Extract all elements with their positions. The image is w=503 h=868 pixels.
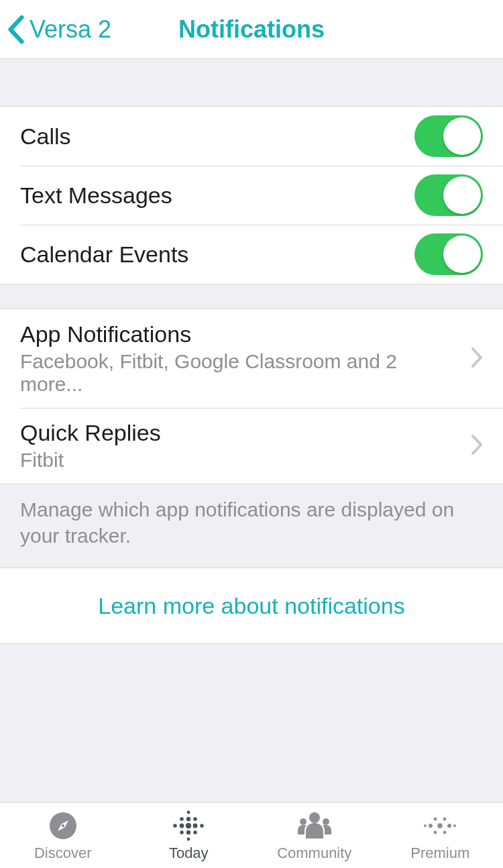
header: Versa 2 Notifications: [0, 0, 503, 59]
premium-icon: [423, 810, 457, 842]
tab-premium[interactable]: Premium: [378, 803, 504, 868]
learn-more-row[interactable]: Learn more about notifications: [0, 567, 503, 644]
svg-point-19: [437, 823, 443, 828]
row-subtitle: Facebook, Fitbit, Google Classroom and 2…: [20, 350, 463, 396]
svg-point-16: [309, 812, 320, 823]
tab-today[interactable]: Today: [126, 803, 252, 868]
tab-label: Discover: [34, 845, 92, 862]
svg-point-6: [193, 817, 197, 821]
back-button[interactable]: Versa 2: [7, 0, 111, 58]
svg-point-21: [447, 824, 451, 828]
row-app-notifications[interactable]: App Notifications Facebook, Fitbit, Goog…: [0, 309, 503, 408]
row-label: Text Messages: [20, 182, 414, 209]
page-title: Notifications: [178, 15, 325, 44]
compass-icon: [48, 810, 78, 842]
svg-point-26: [424, 824, 427, 827]
svg-point-11: [200, 824, 204, 828]
learn-more-link: Learn more about notifications: [98, 593, 404, 619]
back-label: Versa 2: [30, 15, 111, 44]
toggle-text-messages[interactable]: [414, 174, 483, 216]
tab-bar: Discover Today Community: [0, 802, 503, 868]
toggle-calendar-events[interactable]: [414, 233, 483, 275]
svg-point-12: [180, 830, 184, 834]
tab-label: Community: [277, 845, 351, 862]
row-label: Calendar Events: [20, 241, 414, 268]
tab-community[interactable]: Community: [252, 803, 378, 868]
tab-discover[interactable]: Discover: [0, 803, 126, 868]
svg-point-24: [434, 830, 437, 834]
svg-point-13: [186, 830, 190, 834]
svg-point-8: [180, 823, 184, 828]
tab-label: Today: [169, 845, 209, 862]
svg-point-22: [434, 817, 437, 820]
row-subtitle: Fitbit: [20, 449, 463, 472]
svg-point-27: [453, 824, 456, 827]
svg-point-7: [173, 824, 177, 828]
svg-point-17: [300, 818, 306, 825]
row-title: Quick Replies: [20, 420, 463, 446]
svg-point-15: [187, 837, 190, 840]
community-icon: [296, 810, 333, 842]
svg-point-10: [193, 823, 198, 828]
row-text-messages: Text Messages: [0, 166, 503, 225]
svg-point-25: [443, 830, 447, 834]
row-label: Calls: [20, 123, 414, 150]
svg-point-18: [323, 818, 329, 825]
section-gap: [0, 284, 503, 309]
chevron-right-icon: [471, 347, 483, 370]
section-gap: [0, 59, 503, 106]
svg-point-4: [180, 817, 184, 821]
svg-point-2: [62, 824, 64, 826]
row-title: App Notifications: [20, 321, 463, 347]
svg-point-9: [186, 822, 191, 828]
row-calls: Calls: [0, 107, 503, 166]
svg-point-3: [187, 810, 190, 814]
svg-point-20: [429, 824, 433, 828]
svg-point-5: [186, 816, 190, 820]
tab-label: Premium: [410, 845, 469, 862]
svg-point-14: [193, 830, 197, 834]
nav-group: App Notifications Facebook, Fitbit, Goog…: [0, 309, 503, 484]
chevron-right-icon: [471, 435, 483, 457]
toggle-group: Calls Text Messages Calendar Events: [0, 106, 503, 284]
svg-point-23: [443, 817, 447, 820]
row-quick-replies[interactable]: Quick Replies Fitbit: [0, 408, 503, 484]
row-calendar-events: Calendar Events: [0, 225, 503, 284]
fitbit-dots-icon: [171, 810, 206, 842]
chevron-left-icon: [7, 15, 25, 44]
section-footer: Manage which app notifications are displ…: [0, 484, 503, 567]
toggle-calls[interactable]: [414, 115, 483, 157]
